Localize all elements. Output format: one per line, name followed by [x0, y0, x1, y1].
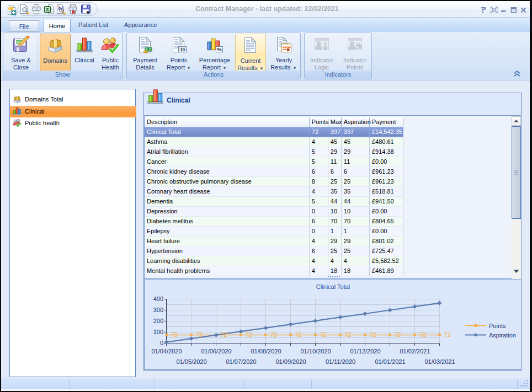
svg-text:%: %: [217, 46, 222, 52]
svg-text:10: 10: [357, 45, 361, 50]
svg-text:10: 10: [180, 47, 185, 52]
